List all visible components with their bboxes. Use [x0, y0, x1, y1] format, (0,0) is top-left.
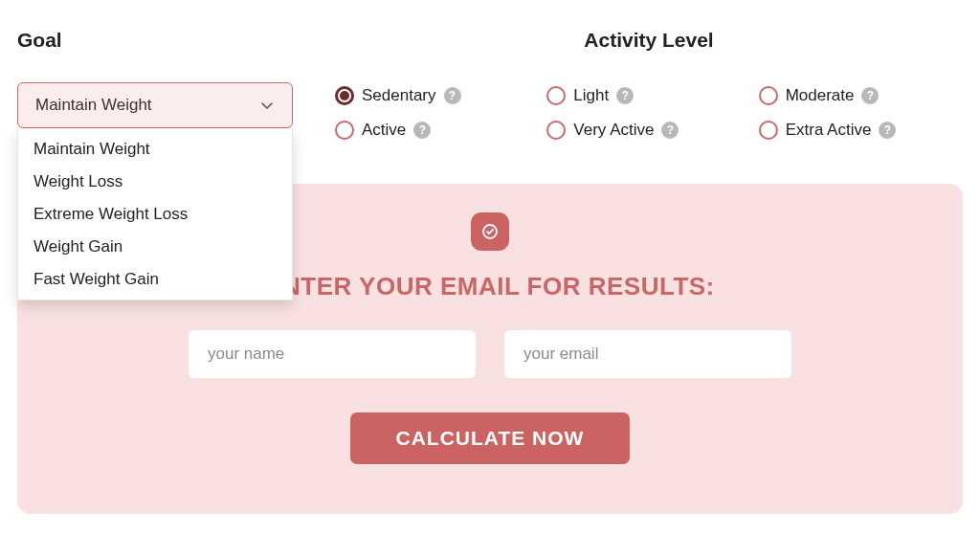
- goal-option[interactable]: Extreme Weight Loss: [18, 198, 292, 231]
- help-icon[interactable]: ?: [616, 87, 634, 104]
- goal-selected-value: Maintain Weight: [35, 96, 152, 115]
- email-input[interactable]: [504, 330, 791, 378]
- activity-option-label: Active: [362, 121, 406, 140]
- activity-option-extra-active[interactable]: Extra Active ?: [759, 121, 963, 140]
- help-icon[interactable]: ?: [444, 87, 461, 104]
- activity-option-label: Very Active: [573, 121, 654, 140]
- activity-option-light[interactable]: Light ?: [546, 86, 750, 105]
- radio-icon: [335, 121, 354, 140]
- goal-option[interactable]: Weight Gain: [18, 231, 292, 263]
- activity-option-very-active[interactable]: Very Active ?: [546, 121, 750, 140]
- activity-option-active[interactable]: Active ?: [335, 121, 539, 140]
- goal-label: Goal: [17, 29, 314, 52]
- radio-icon: [546, 121, 566, 140]
- name-input[interactable]: [189, 330, 476, 378]
- activity-label: Activity Level: [335, 29, 963, 52]
- radio-icon: [335, 86, 354, 105]
- activity-option-label: Sedentary: [362, 86, 436, 105]
- radio-icon: [759, 121, 778, 140]
- activity-option-label: Extra Active: [786, 121, 872, 140]
- chevron-down-icon: [259, 98, 275, 113]
- activity-option-label: Light: [573, 86, 609, 105]
- goal-option[interactable]: Fast Weight Gain: [18, 263, 292, 296]
- check-icon: [471, 212, 509, 251]
- activity-option-sedentary[interactable]: Sedentary ?: [335, 86, 539, 105]
- help-icon[interactable]: ?: [661, 122, 679, 139]
- help-icon[interactable]: ?: [879, 122, 896, 139]
- help-icon[interactable]: ?: [861, 87, 879, 104]
- goal-option[interactable]: Maintain Weight: [18, 133, 292, 166]
- activity-option-moderate[interactable]: Moderate ?: [759, 86, 963, 105]
- activity-option-label: Moderate: [786, 86, 855, 105]
- radio-icon: [759, 86, 778, 105]
- help-icon[interactable]: ?: [413, 122, 431, 139]
- goal-dropdown: Maintain Weight Weight Loss Extreme Weig…: [17, 129, 293, 300]
- calculate-button[interactable]: CALCULATE NOW: [350, 412, 631, 464]
- radio-icon: [546, 86, 566, 105]
- goal-select[interactable]: Maintain Weight: [17, 82, 293, 128]
- goal-option[interactable]: Weight Loss: [18, 166, 292, 198]
